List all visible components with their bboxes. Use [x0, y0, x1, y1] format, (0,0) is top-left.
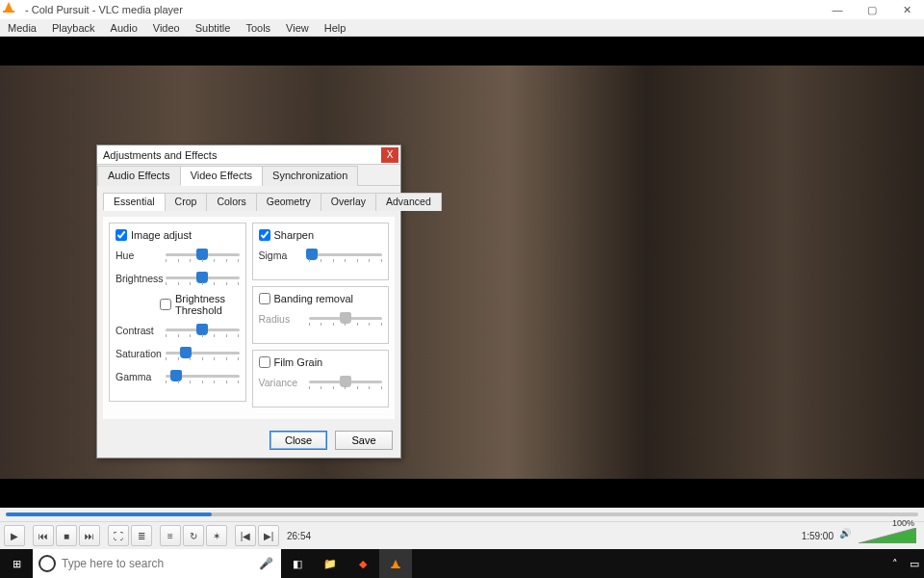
- menubar: Media Playback Audio Video Subtitle Tool…: [0, 19, 924, 37]
- slider-gamma[interactable]: [166, 368, 240, 385]
- slider-saturation[interactable]: [166, 345, 240, 362]
- checkbox-banding-removal-input[interactable]: [259, 293, 270, 304]
- play-button[interactable]: ▶: [4, 525, 25, 546]
- menu-help[interactable]: Help: [317, 22, 354, 34]
- windows-taskbar: ⊞ Type here to search 🎤 ◧ 📁 ◆ ˄ ▭: [0, 549, 924, 578]
- subtab-overlay[interactable]: Overlay: [321, 193, 376, 211]
- menu-audio[interactable]: Audio: [103, 22, 145, 34]
- slider-variance: [309, 374, 383, 391]
- mic-icon[interactable]: 🎤: [259, 557, 273, 570]
- menu-playback[interactable]: Playback: [44, 22, 103, 34]
- checkbox-brightness-threshold-label: Brightness Threshold: [175, 293, 240, 316]
- frame-forward-button[interactable]: ▶|: [258, 525, 279, 546]
- tab-synchronization[interactable]: Synchronization: [262, 166, 358, 186]
- dialog-titlebar[interactable]: Adjustments and Effects X: [97, 145, 400, 165]
- save-button[interactable]: Save: [335, 431, 393, 450]
- checkbox-image-adjust[interactable]: Image adjust: [116, 229, 240, 241]
- taskbar-app-vlc[interactable]: [379, 549, 412, 578]
- total-time: 1:59:00: [802, 531, 834, 541]
- checkbox-brightness-threshold-input[interactable]: [160, 299, 171, 310]
- task-view-button[interactable]: ◧: [281, 549, 314, 578]
- essential-panel: Image adjust Hue Brightness: [103, 217, 395, 419]
- slider-hue[interactable]: [166, 247, 240, 264]
- label-hue: Hue: [116, 250, 166, 261]
- checkbox-banding-removal[interactable]: Banding removal: [259, 293, 383, 304]
- volume-icon[interactable]: 🔊: [839, 528, 855, 543]
- playback-controls: ▶ ⏮ ■ ⏭ ⛶ ≣ ≡ ↻ ✶ |◀ ▶| 26:54 1:59:00 🔊 …: [0, 521, 924, 549]
- volume-slider[interactable]: 100%: [859, 528, 916, 543]
- slider-sigma[interactable]: [309, 247, 383, 264]
- tab-video-effects[interactable]: Video Effects: [180, 166, 263, 186]
- window-minimize-button[interactable]: —: [820, 0, 855, 19]
- slider-brightness[interactable]: [166, 270, 240, 287]
- volume-percent: 100%: [892, 518, 914, 528]
- subtab-essential[interactable]: Essential: [103, 193, 166, 211]
- menu-video[interactable]: Video: [145, 22, 188, 34]
- menu-media[interactable]: Media: [0, 22, 44, 34]
- checkbox-sharpen-input[interactable]: [259, 229, 270, 241]
- label-saturation: Saturation: [116, 348, 166, 359]
- taskbar-search[interactable]: Type here to search 🎤: [33, 549, 281, 578]
- fullscreen-button[interactable]: ⛶: [108, 525, 129, 546]
- slider-row-hue: Hue: [116, 247, 240, 264]
- slider-row-saturation: Saturation: [116, 345, 240, 362]
- menu-tools[interactable]: Tools: [238, 22, 278, 34]
- label-variance: Variance: [259, 377, 309, 388]
- label-radius: Radius: [259, 313, 309, 325]
- start-button[interactable]: ⊞: [0, 549, 33, 578]
- seek-fill: [6, 512, 212, 516]
- seek-bar[interactable]: [0, 508, 924, 521]
- slider-row-radius: Radius: [259, 310, 383, 328]
- tray-notifications-icon[interactable]: ▭: [905, 549, 924, 578]
- skip-forward-button[interactable]: ⏭: [79, 525, 100, 546]
- label-gamma: Gamma: [116, 371, 166, 382]
- menu-subtitle[interactable]: Subtitle: [188, 22, 239, 34]
- window-maximize-button[interactable]: ▢: [855, 0, 889, 19]
- subtab-advanced[interactable]: Advanced: [375, 193, 442, 211]
- checkbox-banding-removal-label: Banding removal: [274, 293, 354, 304]
- checkbox-brightness-threshold[interactable]: Brightness Threshold: [160, 293, 240, 316]
- skip-back-button[interactable]: ⏮: [33, 525, 54, 546]
- letterbox-top: [0, 37, 924, 66]
- slider-contrast[interactable]: [166, 322, 240, 339]
- dialog-close-button[interactable]: X: [381, 147, 398, 163]
- tab-audio-effects[interactable]: Audio Effects: [97, 166, 181, 186]
- group-film-grain: Film Grain Variance: [252, 350, 390, 407]
- window-titlebar: - Cold Pursuit - VLC media player — ▢ ✕: [0, 0, 924, 19]
- system-tray: ˄ ▭: [886, 549, 924, 578]
- group-sharpen: Sharpen Sigma: [252, 223, 390, 280]
- slider-row-variance: Variance: [259, 374, 383, 391]
- frame-back-button[interactable]: |◀: [235, 525, 256, 546]
- label-contrast: Contrast: [116, 325, 166, 336]
- checkbox-film-grain-label: Film Grain: [274, 356, 323, 368]
- playlist-button[interactable]: ≡: [160, 525, 181, 546]
- dialog-title: Adjustments and Effects: [103, 149, 381, 161]
- adjustments-effects-dialog: Adjustments and Effects X Audio Effects …: [96, 144, 401, 459]
- stop-button[interactable]: ■: [56, 525, 77, 546]
- taskbar-search-placeholder: Type here to search: [62, 557, 164, 570]
- window-close-button[interactable]: ✕: [889, 0, 924, 19]
- subtab-crop[interactable]: Crop: [165, 193, 208, 211]
- taskbar-app-brave[interactable]: ◆: [346, 549, 379, 578]
- video-area[interactable]: Adjustments and Effects X Audio Effects …: [0, 37, 924, 508]
- close-button[interactable]: Close: [270, 431, 327, 450]
- tray-chevron-up-icon[interactable]: ˄: [886, 549, 905, 578]
- slider-row-brightness: Brightness: [116, 270, 240, 287]
- loop-button[interactable]: ↻: [183, 525, 204, 546]
- cortana-circle-icon: [38, 555, 56, 572]
- tabs-inner: Essential Crop Colors Geometry Overlay A…: [103, 192, 395, 211]
- checkbox-film-grain[interactable]: Film Grain: [259, 356, 383, 368]
- subtab-geometry[interactable]: Geometry: [256, 193, 321, 211]
- menu-view[interactable]: View: [278, 22, 317, 34]
- checkbox-film-grain-input[interactable]: [259, 356, 270, 368]
- checkbox-image-adjust-input[interactable]: [116, 229, 127, 241]
- window-title: - Cold Pursuit - VLC media player: [23, 4, 820, 15]
- checkbox-sharpen[interactable]: Sharpen: [259, 229, 383, 241]
- checkbox-sharpen-label: Sharpen: [274, 229, 315, 241]
- subtab-colors[interactable]: Colors: [206, 193, 256, 211]
- slider-row-sigma: Sigma: [259, 247, 383, 264]
- extended-settings-button[interactable]: ≣: [131, 525, 152, 546]
- letterbox-bottom: [0, 479, 924, 508]
- taskbar-app-explorer[interactable]: 📁: [314, 549, 346, 578]
- shuffle-button[interactable]: ✶: [206, 525, 227, 546]
